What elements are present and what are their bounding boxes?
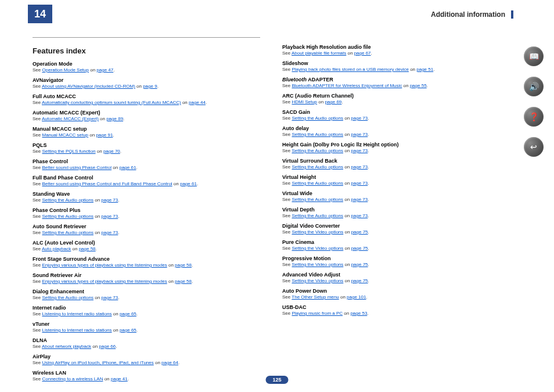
xref-link[interactable]: Setting the Audio options — [292, 148, 343, 153]
xref-link[interactable]: Bluetooth ADAPTER for Wireless Enjoyment… — [292, 83, 402, 88]
xref-link[interactable]: Setting the Audio options — [42, 197, 93, 203]
page-link[interactable]: page 73 — [351, 148, 368, 153]
page-link[interactable]: page 61 — [119, 165, 136, 170]
page-link[interactable]: page 91 — [96, 132, 113, 138]
page-link[interactable]: page 73 — [351, 181, 368, 186]
xref-link[interactable]: Better sound using Phase Control and Ful… — [42, 181, 172, 186]
xref-link[interactable]: Setting the Video options — [292, 262, 343, 267]
page-link[interactable]: page 73 — [101, 214, 118, 219]
xref-link[interactable]: Enjoying various types of playback using… — [42, 279, 167, 284]
xref-link[interactable]: Operation Mode Setup — [42, 67, 89, 73]
xref-link[interactable]: Setting the Video options — [292, 278, 343, 283]
help-icon[interactable]: ❓ — [524, 107, 544, 127]
page-link[interactable]: page 51 — [416, 67, 433, 72]
xref-link[interactable]: Setting the Audio options — [292, 116, 343, 121]
index-entry: ARC (Audio Return Channel)See HDMI Setup… — [282, 93, 503, 105]
page-link[interactable]: page 75 — [351, 246, 368, 251]
xref-link[interactable]: Enjoying various types of playback using… — [42, 262, 167, 268]
index-entry: Phase Control PlusSee Setting the Audio … — [33, 207, 265, 219]
entry-ref: See Setting the Audio options on page 73… — [33, 295, 265, 300]
index-entry: Playback High Resolution audio fileSee A… — [282, 44, 503, 56]
page-link[interactable]: page 75 — [351, 262, 368, 267]
page-link[interactable]: page 55 — [410, 83, 427, 88]
xref-link[interactable]: About playable file formats — [292, 51, 346, 56]
page-link[interactable]: page 73 — [351, 213, 368, 218]
page-link[interactable]: page 73 — [351, 197, 368, 202]
page-link[interactable]: page 75 — [351, 278, 368, 283]
page-link[interactable]: page 41 — [111, 376, 128, 382]
entry-ref: See Using AirPlay on iPod touch, iPhone,… — [33, 360, 265, 365]
xref-link[interactable]: Playing back photo files stored on a USB… — [292, 67, 408, 72]
page-link[interactable]: page 69 — [325, 99, 341, 105]
xref-link[interactable]: Connecting to a wireless LAN — [42, 376, 103, 382]
xref-link[interactable]: Setting the Audio options — [42, 230, 93, 235]
index-entry: Front Stage Surround AdvanceSee Enjoying… — [33, 256, 265, 268]
xref-link[interactable]: Setting the Audio options — [292, 164, 343, 170]
book-icon[interactable]: 📖 — [524, 46, 544, 66]
xref-link[interactable]: Auto playback — [42, 246, 71, 251]
xref-link[interactable]: The Other Setup menu — [292, 294, 339, 300]
xref-link[interactable]: Setting the Video options — [292, 229, 343, 235]
xref-link[interactable]: About network playback — [42, 344, 91, 349]
xref-link[interactable]: Setting the Audio options — [292, 197, 343, 202]
entry-title: Auto Power Down — [282, 288, 503, 294]
entry-title: Virtual Wide — [282, 190, 503, 196]
page-link[interactable]: page 44 — [189, 100, 206, 105]
xref-link[interactable]: Listening to Internet radio stations — [42, 311, 111, 317]
page-link[interactable]: page 73 — [101, 295, 118, 300]
xref-link[interactable]: Setting the Audio options — [42, 295, 93, 300]
entry-title: Internet radio — [33, 305, 265, 311]
speaker-icon[interactable]: 🔊 — [524, 77, 544, 96]
page-link[interactable]: page 66 — [99, 344, 116, 349]
xref-link[interactable]: Using AirPlay on iPod touch, iPhone, iPa… — [42, 360, 153, 365]
entry-title: Height Gain (Dolby Pro Logic llz Height … — [282, 142, 503, 148]
page-link[interactable]: page 73 — [101, 230, 118, 235]
xref-link[interactable]: Better sound using Phase Control — [42, 165, 111, 170]
xref-link[interactable]: Setting the Audio options — [292, 181, 343, 186]
entry-ref: See Setting the Audio options on page 73… — [282, 148, 503, 153]
xref-link[interactable]: Setting the Audio options — [292, 213, 343, 218]
page-link[interactable]: page 47 — [96, 67, 113, 73]
entry-ref: See Automatically conducting optimum sou… — [33, 100, 265, 105]
page-link[interactable]: page 89 — [106, 116, 123, 121]
page-link[interactable]: page 73 — [351, 132, 368, 137]
xref-link[interactable]: Listening to Internet radio stations — [42, 328, 111, 333]
xref-link[interactable]: About using AVNavigator (included CD-ROM… — [42, 84, 135, 89]
xref-link[interactable]: Setting the Audio options — [292, 132, 343, 137]
page-link[interactable]: page 64 — [161, 360, 178, 365]
index-entry: DLNASee About network playback on page 6… — [33, 337, 265, 349]
page-link[interactable]: page 61 — [180, 181, 197, 186]
page-link[interactable]: page 65 — [120, 311, 136, 317]
entry-title: Phase Control — [33, 159, 265, 164]
page-link[interactable]: page 73 — [101, 197, 118, 203]
page-link[interactable]: page 58 — [175, 262, 192, 268]
entry-ref: See Setting the Video options on page 75… — [282, 229, 503, 235]
page-link[interactable]: page 73 — [351, 116, 368, 121]
index-entry: Virtual DepthSee Setting the Audio optio… — [282, 207, 503, 218]
column-1: Features index Operation ModeSee Operati… — [33, 46, 265, 386]
xref-link[interactable]: Automatic MCACC (Expert) — [42, 116, 99, 121]
entry-title: Advanced Video Adjust — [282, 272, 503, 278]
page-link[interactable]: page 65 — [120, 328, 136, 333]
entry-title: Front Stage Surround Advance — [33, 256, 265, 262]
page-link[interactable]: page 67 — [354, 51, 371, 56]
xref-link[interactable]: Setting the PQLS function — [42, 149, 95, 154]
xref-link[interactable]: Playing music from a PC — [292, 311, 343, 316]
page-link[interactable]: page 70 — [103, 149, 120, 154]
entry-title: Progressive Motion — [282, 256, 503, 261]
page-link[interactable]: page 101 — [347, 294, 366, 300]
page-link[interactable]: page 75 — [351, 229, 368, 235]
entry-ref: See About playable file formats on page … — [282, 51, 503, 56]
page-link[interactable]: page 58 — [79, 246, 96, 251]
xref-link[interactable]: Setting the Audio options — [42, 214, 93, 219]
page-link[interactable]: page 58 — [175, 279, 192, 284]
return-icon[interactable]: ↩ — [524, 137, 544, 157]
xref-link[interactable]: HDMI Setup — [292, 99, 317, 105]
xref-link[interactable]: Manual MCACC setup — [42, 132, 88, 138]
page-link[interactable]: page 73 — [351, 164, 368, 170]
page-link[interactable]: page 53 — [350, 311, 367, 316]
xref-link[interactable]: Automatically conducting optimum sound t… — [42, 100, 181, 105]
page-link[interactable]: page 9 — [143, 84, 157, 89]
index-entry: Virtual WideSee Setting the Audio option… — [282, 190, 503, 202]
xref-link[interactable]: Setting the Video options — [292, 246, 343, 251]
